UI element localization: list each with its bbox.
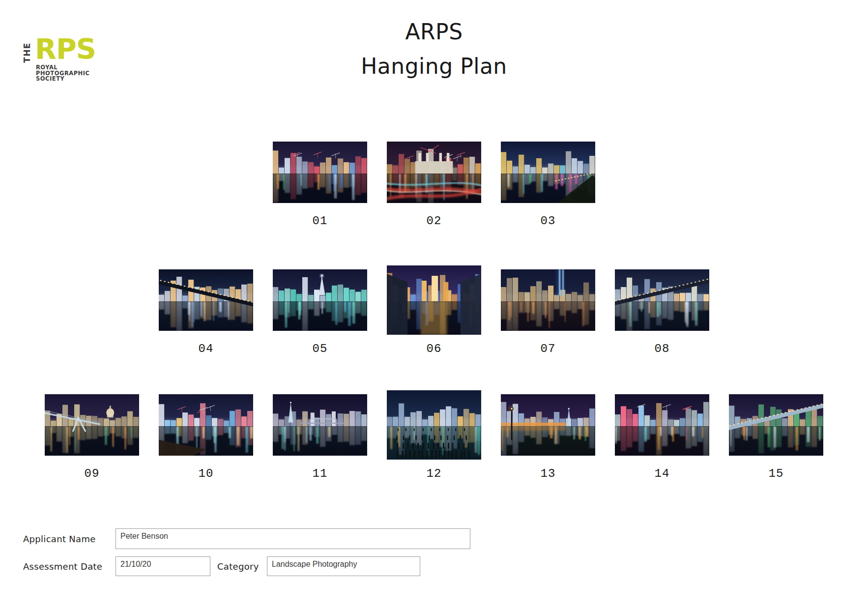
photo-cell-12: 12 <box>387 394 481 480</box>
photo-03-thumbnail <box>501 142 595 203</box>
photo-number-05: 05 <box>313 342 328 355</box>
photo-number-08: 08 <box>655 342 670 355</box>
photo-cell-08: 08 <box>615 269 709 355</box>
assessment-date-input[interactable]: 21/10/20 <box>116 556 210 576</box>
photo-cell-01: 01 <box>273 142 367 228</box>
photo-number-11: 11 <box>313 467 328 480</box>
photo-cell-11: 11 <box>273 394 367 480</box>
applicant-name-label: Applicant Name <box>23 534 96 544</box>
photo-cell-15: 15 <box>729 394 823 480</box>
category-input[interactable]: Landscape Photography <box>267 556 420 576</box>
photo-number-01: 01 <box>313 214 328 228</box>
photo-cell-10: 10 <box>159 394 253 480</box>
photo-cell-09: 09 <box>45 394 139 480</box>
photo-07-thumbnail <box>501 269 595 331</box>
photo-09-thumbnail <box>45 394 139 456</box>
gallery-row-1: 010203 <box>0 142 868 228</box>
photo-08-thumbnail <box>615 269 709 331</box>
gallery-row-3: 09101112131415 <box>0 394 868 480</box>
photo-10-thumbnail <box>159 394 253 456</box>
photo-04-thumbnail <box>159 269 253 331</box>
photo-01-thumbnail <box>273 142 367 203</box>
photo-number-09: 09 <box>85 467 100 480</box>
photo-number-13: 13 <box>541 467 556 480</box>
photo-cell-13: 13 <box>501 394 595 480</box>
photo-number-12: 12 <box>427 467 442 480</box>
photo-cell-14: 14 <box>615 394 709 480</box>
photo-number-07: 07 <box>541 342 556 355</box>
photo-cell-06: 06 <box>387 269 481 355</box>
photo-number-06: 06 <box>427 342 442 355</box>
photo-14-thumbnail <box>615 394 709 456</box>
photo-number-10: 10 <box>199 467 214 480</box>
photo-06-thumbnail <box>387 269 481 331</box>
photo-02-thumbnail <box>387 142 481 203</box>
photo-cell-02: 02 <box>387 142 481 228</box>
photo-05-thumbnail <box>273 269 367 331</box>
photo-12-thumbnail <box>387 394 481 456</box>
photo-11-thumbnail <box>273 394 367 456</box>
photo-number-15: 15 <box>769 467 784 480</box>
title-line1: ARPS <box>0 15 868 49</box>
photo-cell-04: 04 <box>159 269 253 355</box>
photo-number-14: 14 <box>655 467 670 480</box>
applicant-name-input[interactable]: Peter Benson <box>116 528 470 549</box>
photo-cell-07: 07 <box>501 269 595 355</box>
photo-cell-03: 03 <box>501 142 595 228</box>
assessment-date-label: Assessment Date <box>23 561 102 572</box>
title-line2: Hanging Plan <box>0 49 868 84</box>
photo-13-thumbnail <box>501 394 595 456</box>
photo-number-04: 04 <box>199 342 214 355</box>
photo-number-02: 02 <box>427 214 442 228</box>
photo-number-03: 03 <box>541 214 556 228</box>
category-label: Category <box>217 561 259 572</box>
gallery-row-2: 0405060708 <box>0 269 868 355</box>
page-title: ARPS Hanging Plan <box>0 15 868 84</box>
photo-cell-05: 05 <box>273 269 367 355</box>
photo-15-thumbnail <box>729 394 823 456</box>
